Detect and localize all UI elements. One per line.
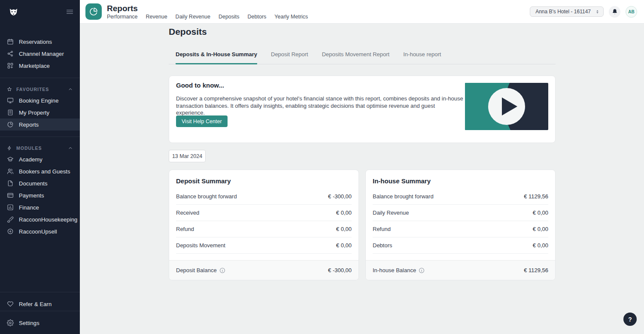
page-title: Deposits [169, 27, 207, 37]
row-label: Deposits Movement [176, 242, 225, 249]
in-house-balance-footer: In-house Balance € 1129,56 [366, 260, 555, 280]
tab-in-house-report[interactable]: In-house report [403, 51, 441, 64]
row-value: € 0,00 [336, 242, 352, 249]
row-label: Debtors [373, 242, 392, 249]
sidebar-item-label: RaccoonHousekeeping [19, 216, 77, 223]
summary-row: Refund € 0,00 [373, 221, 548, 237]
row-label: Refund [176, 226, 194, 232]
tab-deposits-movement-report[interactable]: Deposits Movement Report [322, 51, 390, 64]
sidebar-item-booking-engine[interactable]: Booking Engine [0, 94, 80, 106]
sidebar-item-channel-manager[interactable]: Channel Manager [0, 48, 80, 60]
report-tabs: Deposits & In-House Summary Deposit Repo… [169, 51, 556, 64]
row-value: € 0,00 [533, 242, 548, 249]
row-label: Balance brought forward [176, 193, 237, 200]
sidebar-item-reservations[interactable]: Reservations [0, 36, 80, 48]
date-filter[interactable]: 13 Mar 2024 [169, 150, 206, 162]
sidebar-item-documents[interactable]: Documents [0, 177, 80, 189]
row-value: € 0,00 [533, 210, 548, 216]
row-value: € 1129,56 [524, 193, 548, 200]
card-title: In-house Summary [366, 170, 555, 188]
sidebar-item-refer-and-earn[interactable]: Refer & Earn [0, 298, 80, 310]
topnav-item-revenue[interactable]: Revenue [146, 14, 167, 20]
sidebar-item-label: Reservations [19, 39, 52, 45]
app-title: Reports [107, 4, 308, 13]
hotel-select[interactable]: Anna B's Hotel - 161147 [530, 6, 604, 17]
sidebar-item-bookers-and-guests[interactable]: Bookers and Guests [0, 165, 80, 177]
good-to-know-card: Good to know... Discover a comprehensive… [169, 76, 556, 143]
notifications-button[interactable] [609, 6, 620, 18]
sidebar-divider [0, 78, 80, 78]
sidebar: Reservations Channel Manager Marketplace… [0, 0, 80, 334]
sidebar-logo-row [0, 0, 80, 24]
video-thumbnail[interactable] [465, 83, 548, 130]
sidebar-item-label: RaccoonUpsell [19, 228, 57, 235]
chevron-up-icon [68, 146, 73, 151]
sidebar-item-academy[interactable]: Academy [0, 153, 80, 165]
topnav-item-performance[interactable]: Performance [107, 14, 138, 20]
tab-deposit-report[interactable]: Deposit Report [271, 51, 308, 64]
summary-row: Daily Revenue € 0,00 [373, 205, 548, 221]
info-icon[interactable] [219, 267, 225, 273]
sidebar-item-raccoonupsell[interactable]: RaccoonUpsell [0, 225, 80, 237]
sidebar-item-settings[interactable]: Settings [0, 317, 80, 329]
tab-deposits-in-house-summary[interactable]: Deposits & In-House Summary [176, 51, 257, 64]
summary-row: Balance brought forward € -300,00 [176, 188, 352, 205]
calendar-icon [7, 38, 14, 45]
help-button[interactable]: ? [623, 313, 637, 326]
summary-row: Deposits Movement € 0,00 [176, 237, 352, 254]
sidebar-item-payments[interactable]: Payments [0, 189, 80, 201]
sidebar-item-label: Payments [19, 192, 44, 199]
row-value: € 0,00 [533, 226, 548, 232]
building-icon [7, 109, 14, 116]
footer-value: € 1129,56 [524, 267, 548, 273]
row-label: Refund [373, 226, 391, 232]
star-icon [7, 87, 12, 92]
sidebar-footer: Refer & Earn Settings [0, 292, 80, 334]
sidebar-divider [0, 311, 80, 311]
topnav-item-deposits[interactable]: Deposits [219, 14, 240, 20]
sidebar-item-label: Marketplace [19, 63, 50, 69]
deposit-summary-card: Deposit Summary Balance brought forward … [169, 170, 359, 280]
footer-label: Deposit Balance [176, 267, 217, 273]
visit-help-center-button[interactable]: Visit Help Center [176, 115, 228, 127]
sidebar-section-favourites[interactable]: FAVOURITES [0, 84, 80, 94]
sidebar-item-label: Channel Manager [19, 51, 64, 57]
reports-app-tile [85, 3, 102, 20]
hamburger-menu-icon[interactable] [67, 9, 73, 15]
user-avatar[interactable]: AB [626, 6, 637, 18]
summary-row: Debtors € 0,00 [373, 237, 548, 254]
top-nav: Performance Revenue Daily Revenue Deposi… [107, 14, 308, 20]
sidebar-item-label: Academy [19, 156, 43, 163]
gear-icon [7, 319, 14, 326]
sidebar-item-finance[interactable]: Finance [0, 201, 80, 213]
bell-icon [612, 9, 618, 15]
footer-label: In-house Balance [373, 267, 416, 273]
monitor-icon [7, 97, 14, 104]
sidebar-item-label: Bookers and Guests [19, 168, 70, 175]
sidebar-item-reports[interactable]: Reports [0, 118, 80, 131]
good-to-know-title: Good to know... [176, 82, 224, 89]
select-caret-icon [595, 9, 600, 14]
sidebar-item-label: Reports [19, 121, 39, 128]
sidebar-item-label: Settings [19, 320, 39, 326]
heart-icon [7, 301, 14, 307]
topnav-item-debtors[interactable]: Debtors [248, 14, 267, 20]
section-label: FAVOURITES [16, 87, 49, 92]
summary-row: Received € 0,00 [176, 205, 352, 221]
graduation-cap-icon [7, 156, 14, 163]
info-icon[interactable] [419, 267, 425, 273]
brush-icon [7, 216, 14, 223]
sidebar-section-modules[interactable]: MODULES [0, 143, 80, 153]
pie-chart-icon [7, 121, 14, 128]
topnav-item-daily-revenue[interactable]: Daily Revenue [176, 14, 210, 20]
sidebar-item-my-property[interactable]: My Property [0, 106, 80, 118]
summary-row: Balance brought forward € 1129,56 [373, 188, 548, 205]
topnav-item-yearly-metrics[interactable]: Yearly Metrics [274, 14, 308, 20]
sidebar-item-marketplace[interactable]: Marketplace [0, 60, 80, 72]
sidebar-item-label: Documents [19, 180, 48, 187]
row-value: € 0,00 [336, 210, 352, 216]
lightning-icon [7, 146, 12, 151]
sidebar-divider [0, 292, 80, 292]
sidebar-item-raccoonhousekeeping[interactable]: RaccoonHousekeeping [0, 213, 80, 225]
pie-chart-icon [89, 7, 98, 16]
